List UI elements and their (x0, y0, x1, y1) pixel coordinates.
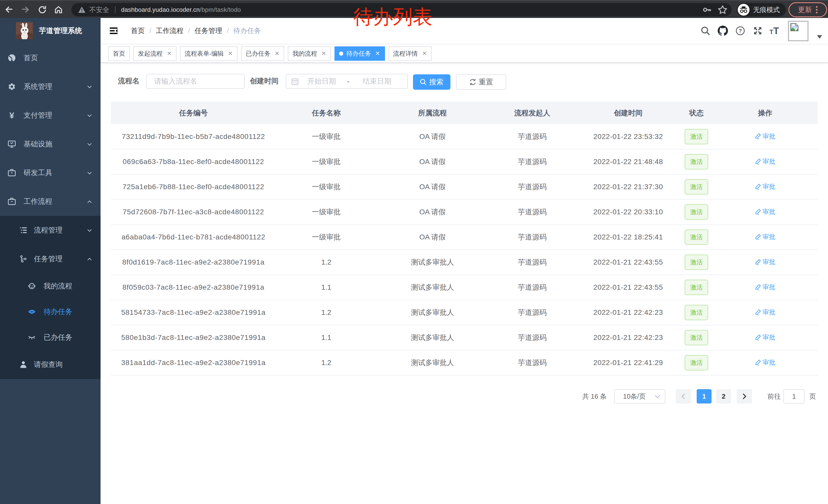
svg-text:?: ? (739, 28, 742, 34)
svg-text:T: T (773, 26, 779, 35)
svg-text:T: T (770, 29, 773, 35)
